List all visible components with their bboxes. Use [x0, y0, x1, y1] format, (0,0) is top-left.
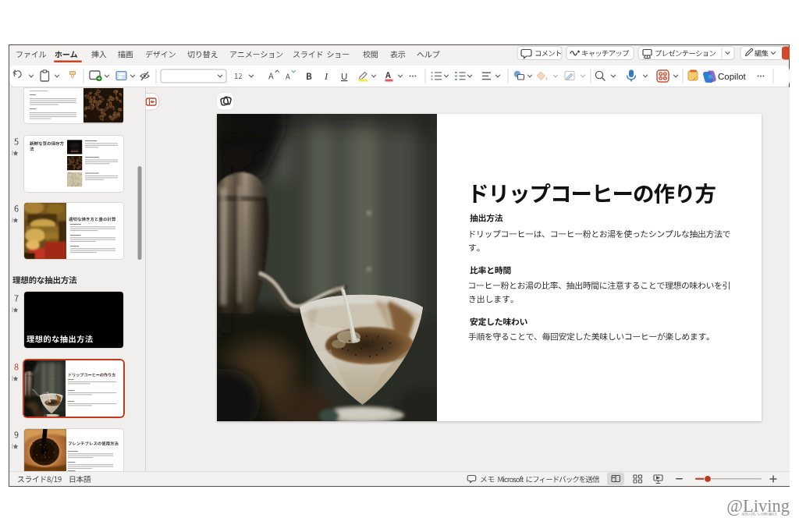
svg-text:Copilot: Copilot	[718, 72, 747, 81]
svg-text:I: I	[324, 71, 328, 82]
svg-text:U: U	[341, 72, 347, 81]
